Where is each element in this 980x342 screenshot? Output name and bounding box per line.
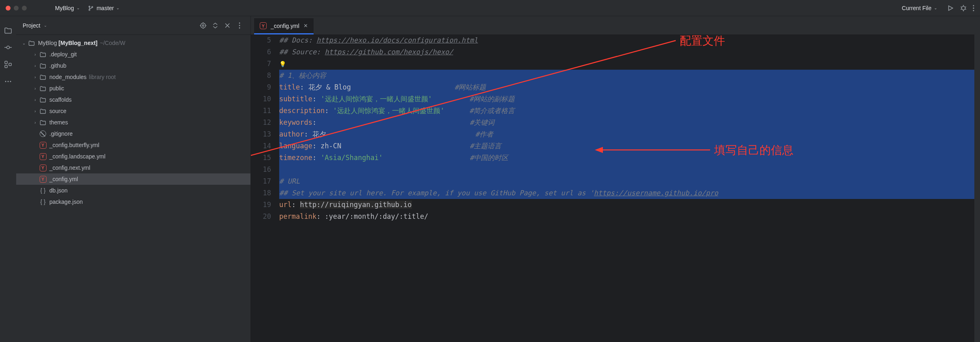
line-content[interactable]: ## Set your site url here. For example, …	[279, 187, 980, 199]
folder-icon	[39, 62, 47, 69]
code-line[interactable]: 6## Source: https://github.com/hexojs/he…	[251, 46, 980, 58]
chevron-right-icon[interactable]: ›	[32, 109, 39, 113]
svg-point-13	[239, 22, 240, 24]
line-number: 11	[251, 105, 279, 117]
line-number: 12	[251, 117, 279, 128]
project-tool-icon[interactable]	[4, 26, 13, 35]
debug-icon[interactable]	[960, 4, 967, 12]
tree-item-package-json[interactable]: { }package.json	[16, 196, 250, 207]
minimize-window-button[interactable]	[14, 6, 19, 11]
structure-tool-icon[interactable]	[4, 60, 13, 69]
tree-item-scaffolds[interactable]: ›scaffolds	[16, 94, 250, 105]
code-line[interactable]: 20permalink: :year/:month/:day/:title/	[251, 211, 980, 222]
line-content[interactable]: language: zh-CN #主题语言	[279, 140, 980, 152]
close-window-button[interactable]	[6, 6, 11, 11]
line-number: 16	[251, 164, 279, 175]
tree-item--gitignore[interactable]: .gitignore	[16, 128, 250, 139]
project-selector[interactable]: MyBlog ⌄	[51, 3, 84, 13]
chevron-right-icon[interactable]: ›	[32, 86, 39, 91]
code-line[interactable]: 12keywords: #关键词	[251, 117, 980, 128]
tree-item--config-landscape-yml[interactable]: Y_config.landscape.yml	[16, 151, 250, 162]
code-line[interactable]: 7💡	[251, 58, 980, 70]
code-line[interactable]: 8# 1、核心内容	[251, 70, 980, 81]
editor-scrollbar[interactable]	[974, 34, 980, 342]
tree-item--config-next-yml[interactable]: Y_config.next.yml	[16, 162, 250, 173]
commit-tool-icon[interactable]	[4, 43, 13, 52]
file-tree[interactable]: ⌄ MyBlog [MyBlog_next] ~/Code/W ›.deploy…	[16, 35, 250, 210]
code-line[interactable]: 19url: http://ruiqingyan.github.io	[251, 199, 980, 211]
tab-label: _config.yml	[271, 23, 299, 29]
chevron-right-icon[interactable]: ›	[32, 98, 39, 102]
tab-config-yml[interactable]: Y _config.yml ✕	[254, 18, 314, 34]
code-line[interactable]: 18## Set your site url here. For example…	[251, 187, 980, 199]
chevron-down-icon: ⌄	[116, 6, 119, 10]
line-content[interactable]: ## Source: https://github.com/hexojs/hex…	[279, 46, 980, 58]
tree-item-node-modules[interactable]: ›node_moduleslibrary root	[16, 71, 250, 83]
line-content[interactable]: subtitle: '远赴人间惊鸿宴，一睹人间盛世颜' #网站的副标题	[279, 93, 980, 105]
line-content[interactable]: url: http://ruiqingyan.github.io	[279, 199, 980, 211]
more-icon[interactable]	[973, 4, 974, 12]
line-content[interactable]: title: 花夕 & Blog #网站标题	[279, 81, 980, 93]
code-line[interactable]: 5## Docs: https://hexo.io/docs/configura…	[251, 34, 980, 46]
tree-item--deploy-git[interactable]: ›.deploy_git	[16, 49, 250, 60]
run-config-selector[interactable]: Current File ⌄	[898, 3, 941, 13]
collapse-icon[interactable]	[223, 21, 232, 30]
line-content[interactable]: author: 花夕 #作者	[279, 128, 980, 140]
vcs-branch-selector[interactable]: master ⌄	[84, 3, 124, 13]
more-tool-icon[interactable]	[4, 77, 13, 86]
more-icon[interactable]	[235, 21, 244, 30]
code-line[interactable]: 13author: 花夕 #作者	[251, 128, 980, 140]
chevron-right-icon[interactable]: ›	[32, 64, 39, 68]
code-line[interactable]: 9title: 花夕 & Blog #网站标题	[251, 81, 980, 93]
tree-item-label: .gitignore	[49, 130, 73, 137]
chevron-right-icon[interactable]: ›	[32, 75, 39, 79]
close-tab-icon[interactable]: ✕	[303, 23, 308, 29]
line-content[interactable]: permalink: :year/:month/:day/:title/	[279, 211, 980, 222]
chevron-right-icon[interactable]: ›	[32, 120, 39, 125]
line-content[interactable]: # URL	[279, 175, 980, 187]
tree-item-extra: library root	[89, 74, 116, 80]
line-number: 15	[251, 152, 279, 164]
tree-item-themes[interactable]: ›themes	[16, 117, 250, 128]
json-file-icon: { }	[39, 199, 47, 205]
folder-icon	[39, 119, 47, 126]
maximize-window-button[interactable]	[22, 6, 27, 11]
svg-point-14	[239, 25, 240, 26]
tree-item--config-butterfly-yml[interactable]: Y_config.butterfly.yml	[16, 139, 250, 151]
code-line[interactable]: 16	[251, 164, 980, 175]
code-line[interactable]: 17# URL	[251, 175, 980, 187]
line-number: 6	[251, 46, 279, 58]
line-content[interactable]: 💡	[279, 58, 980, 70]
tree-item-public[interactable]: ›public	[16, 83, 250, 94]
line-content[interactable]: description: '远赴人间惊鸿宴，一睹人间盛世颜' #简介或者格言	[279, 105, 980, 117]
chevron-down-icon: ⌄	[934, 6, 937, 10]
code-line[interactable]: 15timezone: 'Asia/Shanghai' #中国的时区	[251, 152, 980, 164]
tree-item-db-json[interactable]: { }db.json	[16, 185, 250, 196]
line-number: 9	[251, 81, 279, 93]
code-line[interactable]: 10subtitle: '远赴人间惊鸿宴，一睹人间盛世颜' #网站的副标题	[251, 93, 980, 105]
editor-area: Y _config.yml ✕ 5## Docs: https://hexo.i…	[251, 16, 980, 342]
line-content[interactable]: timezone: 'Asia/Shanghai' #中国的时区	[279, 152, 980, 164]
tree-item-source[interactable]: ›source	[16, 105, 250, 117]
folder-icon	[39, 85, 47, 92]
chevron-right-icon[interactable]: ›	[32, 52, 39, 57]
tree-item--config-yml[interactable]: Y_config.yml	[16, 173, 250, 185]
tree-item--github[interactable]: ›.github	[16, 60, 250, 71]
code-editor[interactable]: 5## Docs: https://hexo.io/docs/configura…	[251, 34, 980, 342]
chevron-down-icon[interactable]: ⌄	[44, 23, 47, 28]
tree-root[interactable]: ⌄ MyBlog [MyBlog_next] ~/Code/W	[16, 37, 250, 49]
code-line[interactable]: 11description: '远赴人间惊鸿宴，一睹人间盛世颜' #简介或者格言	[251, 105, 980, 117]
chevron-down-icon[interactable]: ⌄	[20, 41, 28, 45]
chevron-down-icon: ⌄	[76, 6, 80, 10]
line-content[interactable]: ## Docs: https://hexo.io/docs/configurat…	[279, 34, 980, 46]
line-content[interactable]: keywords: #关键词	[279, 117, 980, 128]
code-line[interactable]: 14language: zh-CN #主题语言	[251, 140, 980, 152]
select-opened-file-icon[interactable]	[199, 21, 208, 30]
editor-tabs: Y _config.yml ✕	[251, 16, 980, 34]
line-content[interactable]	[279, 164, 980, 175]
play-icon[interactable]	[947, 4, 954, 12]
expand-all-icon[interactable]	[211, 21, 220, 30]
line-content[interactable]: # 1、核心内容	[279, 70, 980, 81]
folder-icon	[28, 40, 36, 46]
svg-point-11	[201, 23, 206, 28]
